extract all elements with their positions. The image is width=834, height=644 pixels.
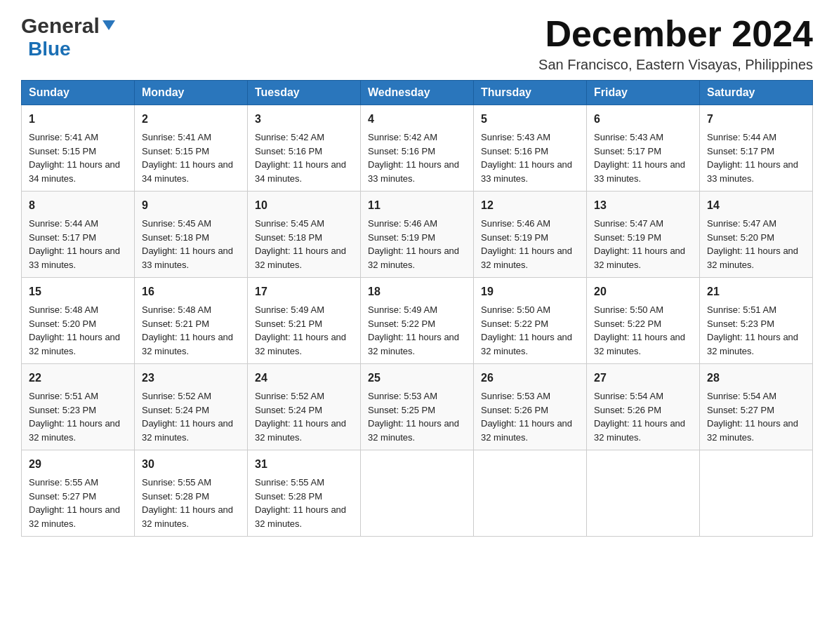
sunrise-info: Sunrise: 5:44 AM	[29, 218, 98, 229]
daylight-info: Daylight: 11 hours and 33 minutes.	[29, 246, 120, 270]
sunrise-info: Sunrise: 5:42 AM	[368, 132, 437, 142]
calendar-cell: 15 Sunrise: 5:48 AM Sunset: 5:20 PM Dayl…	[22, 278, 135, 364]
title-block: December 2024 San Francisco, Eastern Vis…	[538, 14, 813, 73]
daylight-info: Daylight: 11 hours and 34 minutes.	[29, 159, 120, 184]
sunrise-info: Sunrise: 5:54 AM	[594, 391, 663, 401]
sunset-info: Sunset: 5:22 PM	[481, 318, 548, 329]
sunrise-info: Sunrise: 5:50 AM	[594, 304, 663, 315]
sunrise-info: Sunrise: 5:53 AM	[368, 391, 437, 401]
sunrise-info: Sunrise: 5:43 AM	[481, 132, 550, 142]
sunset-info: Sunset: 5:26 PM	[481, 405, 548, 415]
sunrise-info: Sunrise: 5:48 AM	[142, 304, 211, 315]
logo-arrow-icon	[101, 18, 117, 33]
sunrise-info: Sunrise: 5:47 AM	[707, 218, 776, 229]
sunset-info: Sunset: 5:17 PM	[594, 146, 661, 156]
daylight-info: Daylight: 11 hours and 33 minutes.	[142, 246, 233, 270]
daylight-info: Daylight: 11 hours and 33 minutes.	[594, 159, 685, 184]
daylight-info: Daylight: 11 hours and 34 minutes.	[142, 159, 233, 184]
day-number: 22	[29, 370, 127, 387]
daylight-info: Daylight: 11 hours and 32 minutes.	[142, 504, 233, 529]
sunset-info: Sunset: 5:15 PM	[29, 146, 96, 156]
daylight-info: Daylight: 11 hours and 32 minutes.	[594, 332, 685, 356]
calendar-header-sunday: Sunday	[22, 81, 135, 105]
daylight-info: Daylight: 11 hours and 32 minutes.	[142, 332, 233, 356]
day-number: 10	[255, 197, 353, 214]
day-number: 5	[481, 111, 579, 128]
day-number: 28	[707, 370, 805, 387]
logo-blue-text: Blue	[28, 38, 71, 60]
daylight-info: Daylight: 11 hours and 32 minutes.	[594, 246, 685, 270]
calendar-cell	[700, 450, 813, 537]
sunrise-info: Sunrise: 5:55 AM	[142, 477, 211, 488]
day-number: 25	[368, 370, 466, 387]
sunset-info: Sunset: 5:15 PM	[142, 146, 209, 156]
calendar-table: SundayMondayTuesdayWednesdayThursdayFrid…	[21, 80, 813, 537]
calendar-cell: 3 Sunrise: 5:42 AM Sunset: 5:16 PM Dayli…	[248, 105, 361, 192]
logo: General Blue	[21, 14, 117, 60]
sunset-info: Sunset: 5:21 PM	[255, 318, 322, 329]
day-number: 4	[368, 111, 466, 128]
daylight-info: Daylight: 11 hours and 32 minutes.	[29, 332, 120, 356]
sunset-info: Sunset: 5:22 PM	[594, 318, 661, 329]
calendar-cell: 30 Sunrise: 5:55 AM Sunset: 5:28 PM Dayl…	[135, 450, 248, 537]
day-number: 6	[594, 111, 692, 128]
calendar-week-row: 8 Sunrise: 5:44 AM Sunset: 5:17 PM Dayli…	[22, 192, 813, 278]
calendar-cell: 10 Sunrise: 5:45 AM Sunset: 5:18 PM Dayl…	[248, 192, 361, 278]
svg-marker-0	[102, 20, 115, 30]
daylight-info: Daylight: 11 hours and 32 minutes.	[368, 246, 459, 270]
sunset-info: Sunset: 5:16 PM	[368, 146, 435, 156]
sunrise-info: Sunrise: 5:51 AM	[707, 304, 776, 315]
daylight-info: Daylight: 11 hours and 32 minutes.	[255, 332, 346, 356]
daylight-info: Daylight: 11 hours and 32 minutes.	[142, 418, 233, 443]
day-number: 16	[142, 283, 240, 300]
sunset-info: Sunset: 5:24 PM	[255, 405, 322, 415]
sunrise-info: Sunrise: 5:46 AM	[481, 218, 550, 229]
calendar-cell: 21 Sunrise: 5:51 AM Sunset: 5:23 PM Dayl…	[700, 278, 813, 364]
sunset-info: Sunset: 5:28 PM	[255, 491, 322, 502]
daylight-info: Daylight: 11 hours and 32 minutes.	[707, 246, 798, 270]
sunrise-info: Sunrise: 5:46 AM	[368, 218, 437, 229]
sunset-info: Sunset: 5:27 PM	[707, 405, 774, 415]
calendar-week-row: 1 Sunrise: 5:41 AM Sunset: 5:15 PM Dayli…	[22, 105, 813, 192]
daylight-info: Daylight: 11 hours and 32 minutes.	[594, 418, 685, 443]
day-number: 29	[29, 456, 127, 473]
daylight-info: Daylight: 11 hours and 32 minutes.	[368, 332, 459, 356]
sunset-info: Sunset: 5:19 PM	[368, 232, 435, 243]
day-number: 26	[481, 370, 579, 387]
sunrise-info: Sunrise: 5:50 AM	[481, 304, 550, 315]
sunset-info: Sunset: 5:21 PM	[142, 318, 209, 329]
location-subtitle: San Francisco, Eastern Visayas, Philippi…	[538, 57, 813, 73]
calendar-header-friday: Friday	[587, 81, 700, 105]
day-number: 3	[255, 111, 353, 128]
day-number: 15	[29, 283, 127, 300]
day-number: 14	[707, 197, 805, 214]
day-number: 12	[481, 197, 579, 214]
logo-general-text: General	[21, 14, 100, 38]
sunset-info: Sunset: 5:16 PM	[255, 146, 322, 156]
sunset-info: Sunset: 5:23 PM	[29, 405, 96, 415]
calendar-cell: 6 Sunrise: 5:43 AM Sunset: 5:17 PM Dayli…	[587, 105, 700, 192]
sunset-info: Sunset: 5:19 PM	[594, 232, 661, 243]
daylight-info: Daylight: 11 hours and 32 minutes.	[255, 504, 346, 529]
calendar-cell: 5 Sunrise: 5:43 AM Sunset: 5:16 PM Dayli…	[474, 105, 587, 192]
calendar-cell: 14 Sunrise: 5:47 AM Sunset: 5:20 PM Dayl…	[700, 192, 813, 278]
sunrise-info: Sunrise: 5:47 AM	[594, 218, 663, 229]
calendar-cell: 20 Sunrise: 5:50 AM Sunset: 5:22 PM Dayl…	[587, 278, 700, 364]
daylight-info: Daylight: 11 hours and 32 minutes.	[481, 332, 572, 356]
daylight-info: Daylight: 11 hours and 33 minutes.	[707, 159, 798, 184]
day-number: 24	[255, 370, 353, 387]
day-number: 18	[368, 283, 466, 300]
day-number: 27	[594, 370, 692, 387]
sunrise-info: Sunrise: 5:45 AM	[255, 218, 324, 229]
day-number: 23	[142, 370, 240, 387]
day-number: 8	[29, 197, 127, 214]
calendar-cell: 28 Sunrise: 5:54 AM Sunset: 5:27 PM Dayl…	[700, 364, 813, 450]
day-number: 17	[255, 283, 353, 300]
sunrise-info: Sunrise: 5:48 AM	[29, 304, 98, 315]
sunset-info: Sunset: 5:17 PM	[707, 146, 774, 156]
calendar-header-thursday: Thursday	[474, 81, 587, 105]
sunrise-info: Sunrise: 5:51 AM	[29, 391, 98, 401]
sunrise-info: Sunrise: 5:41 AM	[29, 132, 98, 142]
day-number: 2	[142, 111, 240, 128]
daylight-info: Daylight: 11 hours and 33 minutes.	[481, 159, 572, 184]
